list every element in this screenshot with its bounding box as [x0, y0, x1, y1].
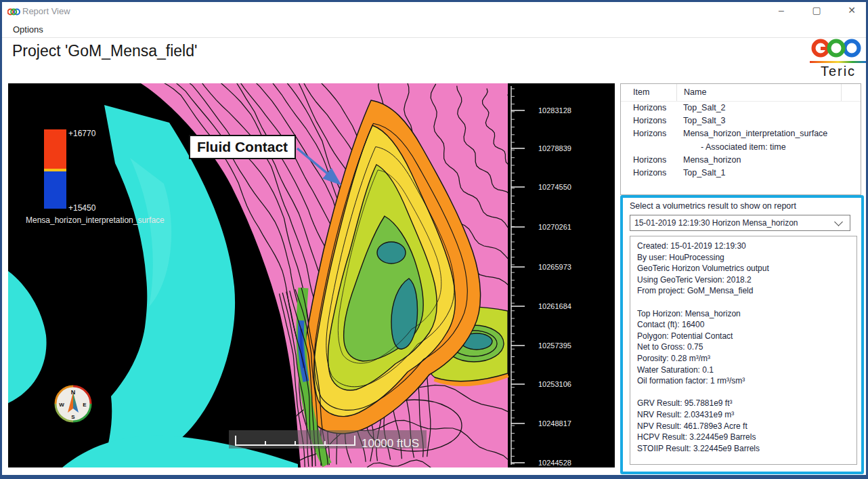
detail-line: Contact (ft): 16400	[637, 319, 856, 331]
geoteric-logo: Teric	[810, 39, 867, 79]
items-column-name[interactable]: Name	[676, 84, 841, 101]
map-scale-bar: 10000 ftUS	[229, 430, 427, 450]
volumetrics-prompt: Select a volumetrics result to show on r…	[630, 201, 796, 211]
logo-brand-text: Teric	[810, 64, 867, 79]
detail-line: Net to Gross: 0.75	[637, 341, 856, 353]
items-column-spacer	[841, 84, 861, 101]
row-item-name: Top_Salt_3	[676, 114, 861, 127]
menu-options[interactable]: Options	[9, 23, 47, 36]
chevron-down-icon	[834, 217, 843, 226]
depth-tick-label: 10270261	[538, 223, 571, 231]
depth-tick-label: 10244528	[538, 459, 571, 467]
items-table-rows: HorizonsTop_Salt_2HorizonsTop_Salt_3Hori…	[621, 102, 861, 180]
menu-bar: Options	[2, 20, 866, 38]
geoteric-app-icon	[7, 7, 20, 19]
colorbar-min-label: +15450	[68, 203, 96, 213]
compass-w: W	[59, 402, 64, 408]
compass-rose: N E S W	[56, 386, 91, 421]
detail-line	[637, 387, 856, 398]
logo-rainbow-rule	[810, 61, 867, 63]
detail-line: NRV Result: 2.03431e9 m³	[637, 409, 856, 421]
detail-line: HCPV Result: 3.22445e9 Barrels	[637, 432, 856, 443]
detail-line: Oil formation factor: 1 rm³/sm³	[637, 375, 856, 387]
detail-line: GRV Result: 95.7881e9 ft³	[637, 398, 856, 409]
window-title: Report View	[22, 6, 70, 16]
selected-result: 15-01-2019 12:19:30 Horizon Mensa_horizo…	[630, 218, 836, 228]
row-item-type: Horizons	[621, 102, 676, 114]
detail-line: From project: GoM_Mensa_field	[637, 285, 856, 297]
minimize-button[interactable]: –	[774, 5, 789, 16]
colorbar-surface-name: Mensa_horizon_interpretation_surface	[26, 215, 165, 225]
detail-line: Created: 15-01-2019 12:19:30	[637, 241, 856, 252]
detail-line	[637, 297, 856, 308]
depth-tick-label: 10253106	[538, 380, 571, 388]
title-bar: Report View – ▢ ✕	[2, 2, 866, 20]
items-column-item[interactable]: Item	[621, 84, 676, 101]
close-button[interactable]: ✕	[844, 5, 859, 16]
depth-tick-label: 10261684	[538, 302, 571, 310]
table-row[interactable]: - Associated item: time	[621, 141, 861, 154]
table-row[interactable]: HorizonsMensa_horizon	[621, 154, 861, 167]
detail-line: Polygon: Potential Contact	[637, 331, 856, 342]
table-row[interactable]: HorizonsTop_Salt_3	[621, 114, 861, 127]
geoteric-rings-icon	[810, 39, 867, 58]
report-view-window: Report View – ▢ ✕ Options Project 'GoM_M…	[0, 0, 868, 479]
compass-n: N	[71, 389, 76, 396]
maximize-button[interactable]: ▢	[809, 5, 824, 16]
depth-tick-label: 10278839	[538, 144, 571, 152]
compass-e: E	[83, 402, 87, 408]
map-canvas: +16770 +15450 Mensa_horizon_interpretati…	[8, 83, 615, 467]
row-item-name: - Associated item: time	[676, 141, 861, 154]
detail-line: NPV Result: 461.789e3 Acre ft	[637, 421, 856, 432]
detail-line: GeoTeric Horizon Volumetrics output	[637, 263, 856, 274]
table-row[interactable]: HorizonsMensa_horizon_interpretation_sur…	[621, 127, 861, 140]
page-title: Project 'GoM_Mensa_field'	[12, 42, 197, 60]
row-item-type: Horizons	[621, 114, 676, 127]
row-item-name: Top_Salt_1	[676, 167, 861, 180]
colorbar-max-label: +16770	[68, 129, 96, 138]
depth-tick-label: 10248817	[538, 419, 571, 428]
items-table-header: Item Name	[621, 84, 861, 102]
row-item-type: Horizons	[621, 154, 676, 167]
depth-tick-label: 10283128	[538, 106, 571, 114]
detail-line: Porosity: 0.28 m³/m³	[637, 353, 856, 365]
volumetrics-details: Created: 15-01-2019 12:19:30By user: Hou…	[630, 236, 857, 465]
depth-tick-label: 10274550	[538, 183, 571, 191]
table-row[interactable]: HorizonsTop_Salt_2	[621, 102, 861, 114]
scale-bar-label: 10000 ftUS	[362, 437, 419, 450]
row-item-name: Mensa_horizon_interpretation_surface	[676, 127, 861, 140]
volumetrics-panel: Select a volumetrics result to show on r…	[620, 195, 864, 474]
row-item-type: Horizons	[621, 127, 676, 140]
detail-line: By user: HouProcessing	[637, 252, 856, 264]
items-table: Item Name HorizonsTop_Salt_2HorizonsTop_…	[620, 83, 861, 195]
depth-tick-label: 10265973	[538, 263, 571, 271]
fluid-contact-label: Fluid Contact	[197, 139, 288, 154]
row-item-name: Mensa_horizon	[676, 154, 861, 167]
table-row[interactable]: HorizonsTop_Salt_1	[621, 167, 861, 180]
detail-line: Water Saturation: 0.1	[637, 365, 856, 376]
detail-line: STOIIP Result: 3.22445e9 Barrels	[637, 443, 856, 455]
detail-line: Top Horizon: Mensa_horizon	[637, 308, 856, 320]
depth-tick-label: 10257395	[538, 341, 571, 350]
row-item-type	[621, 141, 676, 154]
row-item-name: Top_Salt_2	[676, 102, 861, 114]
row-item-type: Horizons	[621, 167, 676, 180]
detail-line: Using GeoTeric Version: 2018.2	[637, 274, 856, 286]
volumetrics-result-select[interactable]: 15-01-2019 12:19:30 Horizon Mensa_horizo…	[630, 215, 850, 231]
compass-s: S	[71, 414, 75, 420]
